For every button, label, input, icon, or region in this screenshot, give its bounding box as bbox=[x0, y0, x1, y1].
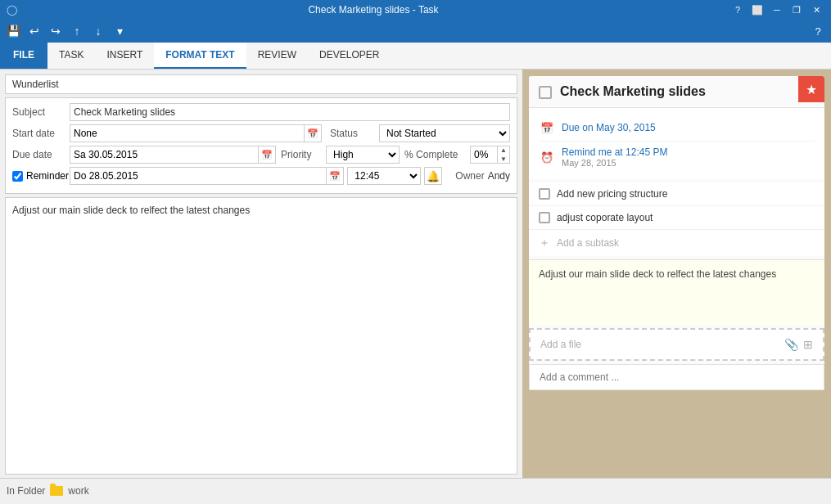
help-qat-button[interactable]: ? bbox=[808, 21, 828, 41]
paperclip-icon[interactable]: 📎 bbox=[784, 338, 798, 351]
tab-file[interactable]: FILE bbox=[0, 43, 47, 69]
down-qat-button[interactable]: ↓ bbox=[88, 21, 108, 41]
form-area: Wunderlist Subject Start date 📅 Status N… bbox=[0, 70, 522, 478]
titlebar: ◯ Check Marketing slides - Task ? ⬜ ─ ❐ … bbox=[0, 0, 831, 20]
priority-select[interactable]: Low Normal High bbox=[326, 146, 400, 164]
right-panel: Check Marketing slides ★ 📅 Due on May 30… bbox=[522, 70, 831, 478]
status-label: Status bbox=[330, 128, 379, 139]
restore-to-taskbar-button[interactable]: ⬜ bbox=[749, 2, 766, 18]
pct-complete-input-group: ▲ ▼ bbox=[470, 146, 510, 164]
add-subtask-placeholder: Add a subtask bbox=[557, 237, 619, 249]
close-button[interactable]: ✕ bbox=[808, 2, 824, 18]
owner-value: Andy bbox=[488, 170, 510, 182]
comment-input[interactable] bbox=[540, 371, 814, 383]
reminder-date-group: 📅 bbox=[70, 167, 344, 185]
pct-complete-input[interactable] bbox=[471, 147, 497, 162]
notes-area[interactable]: Adjust our main slide deck to relfect th… bbox=[5, 197, 517, 475]
remind-subtext: May 28, 2015 bbox=[562, 158, 667, 168]
in-folder-label: In Folder bbox=[7, 485, 45, 497]
reminder-check-group: Reminder bbox=[12, 170, 70, 182]
task-card: Check Marketing slides ★ 📅 Due on May 30… bbox=[529, 76, 824, 390]
titlebar-title: Check Marketing slides - Task bbox=[17, 4, 729, 16]
add-subtask-row[interactable]: ＋ Add a subtask bbox=[529, 230, 824, 256]
pct-complete-label: % Complete bbox=[404, 149, 470, 160]
titlebar-controls: ? ⬜ ─ ❐ ✕ bbox=[729, 2, 824, 18]
subtask-1-text: Add new pricing structure bbox=[557, 188, 667, 200]
task-card-title: Check Marketing slides bbox=[560, 84, 815, 99]
tab-insert[interactable]: INSERT bbox=[95, 43, 154, 69]
task-info: 📅 Due on May 30, 2015 ⏰ Remind me at 12:… bbox=[529, 108, 824, 179]
file-area[interactable]: Add a file 📎 ⊞ bbox=[529, 328, 824, 361]
pct-down-arrow[interactable]: ▼ bbox=[498, 155, 509, 164]
status-select[interactable]: Not Started In Progress Completed Waitin… bbox=[379, 124, 510, 142]
titlebar-left: ◯ bbox=[7, 4, 17, 16]
due-date-row: 📅 Due on May 30, 2015 bbox=[539, 115, 815, 142]
star-badge[interactable]: ★ bbox=[798, 76, 824, 102]
up-qat-button[interactable]: ↑ bbox=[67, 21, 87, 41]
notes-textarea[interactable]: Adjust our main slide deck to relfect th… bbox=[6, 198, 517, 474]
subject-input[interactable] bbox=[70, 103, 510, 121]
more-qat-button[interactable]: ▾ bbox=[110, 21, 129, 41]
due-date-label: Due date bbox=[12, 149, 70, 160]
owner-label: Owner bbox=[455, 170, 484, 182]
start-date-input-group: 📅 bbox=[70, 124, 322, 142]
alarm-icon: ⏰ bbox=[539, 149, 555, 165]
due-date-input[interactable] bbox=[70, 146, 259, 164]
folder-icon bbox=[50, 486, 63, 496]
due-date-calendar-button[interactable]: 📅 bbox=[258, 146, 276, 164]
quick-access-toolbar: 💾 ↩ ↪ ↑ ↓ ▾ ? bbox=[0, 20, 831, 43]
task-complete-checkbox[interactable] bbox=[539, 86, 552, 99]
minimize-button[interactable]: ─ bbox=[769, 2, 785, 18]
priority-label: Priority bbox=[281, 149, 326, 160]
pct-spinner: ▲ ▼ bbox=[497, 146, 509, 164]
start-date-calendar-button[interactable]: 📅 bbox=[304, 124, 322, 142]
main-content: Wunderlist Subject Start date 📅 Status N… bbox=[0, 70, 831, 478]
help-button[interactable]: ? bbox=[729, 2, 746, 18]
status-bar: In Folder work bbox=[0, 478, 831, 502]
add-file-text: Add a file bbox=[540, 339, 581, 350]
due-priority-row: Due date 📅 Priority Low Normal High % Co… bbox=[12, 146, 510, 164]
maximize-button[interactable]: ❐ bbox=[788, 2, 805, 18]
tab-review[interactable]: REVIEW bbox=[246, 43, 308, 69]
task-notes: Adjust our main slide deck to relfect th… bbox=[529, 259, 824, 325]
calendar-icon: 📅 bbox=[539, 119, 555, 136]
account-bar: Wunderlist bbox=[5, 74, 517, 94]
tab-format-text[interactable]: FORMAT TEXT bbox=[154, 43, 246, 69]
start-date-input[interactable] bbox=[70, 124, 305, 142]
reminder-calendar-button[interactable]: 📅 bbox=[326, 167, 344, 185]
task-notes-text: Adjust our main slide deck to relfect th… bbox=[539, 268, 776, 280]
start-date-label: Start date bbox=[12, 128, 70, 139]
redo-qat-button[interactable]: ↪ bbox=[46, 21, 65, 41]
ribbon: FILE TASK INSERT FORMAT TEXT REVIEW DEVE… bbox=[0, 43, 831, 70]
folder-name: work bbox=[68, 485, 88, 497]
grid-icon[interactable]: ⊞ bbox=[803, 338, 813, 351]
tab-developer[interactable]: DEVELOPER bbox=[308, 43, 391, 69]
task-card-header: Check Marketing slides ★ bbox=[529, 76, 824, 108]
subtask-2-checkbox[interactable] bbox=[539, 212, 550, 223]
subject-label: Subject bbox=[12, 106, 70, 118]
undo-qat-button[interactable]: ↩ bbox=[25, 21, 44, 41]
subject-row: Subject bbox=[12, 103, 510, 121]
subtask-1-checkbox[interactable] bbox=[539, 188, 550, 200]
subtask-1-row: Add new pricing structure bbox=[529, 182, 824, 206]
form-fields: Subject Start date 📅 Status Not Started … bbox=[5, 97, 517, 194]
remind-text: Remind me at 12:45 PM bbox=[562, 146, 667, 158]
reminder-checkbox[interactable] bbox=[12, 171, 23, 182]
due-date-input-group: 📅 bbox=[70, 146, 276, 164]
subtask-area: Add new pricing structure adjust coporat… bbox=[529, 182, 824, 256]
subtask-2-text: adjust coporate layout bbox=[557, 212, 653, 223]
tab-task[interactable]: TASK bbox=[47, 43, 95, 69]
account-label: Wunderlist bbox=[12, 79, 58, 90]
reminder-time-select[interactable]: 12:45 bbox=[347, 167, 421, 185]
reminder-date-input[interactable] bbox=[70, 167, 327, 185]
save-qat-button[interactable]: 💾 bbox=[3, 21, 23, 41]
reminder-row: Reminder 📅 12:45 🔔 Owner Andy bbox=[12, 167, 510, 185]
pct-up-arrow[interactable]: ▲ bbox=[498, 146, 509, 155]
reminder-label: Reminder bbox=[26, 170, 69, 182]
comment-area[interactable] bbox=[529, 364, 824, 390]
start-status-row: Start date 📅 Status Not Started In Progr… bbox=[12, 124, 510, 142]
reminder-bell-button[interactable]: 🔔 bbox=[424, 167, 442, 185]
file-icons: 📎 ⊞ bbox=[784, 338, 813, 351]
plus-icon: ＋ bbox=[539, 236, 550, 250]
due-date-text: Due on May 30, 2015 bbox=[562, 122, 656, 133]
